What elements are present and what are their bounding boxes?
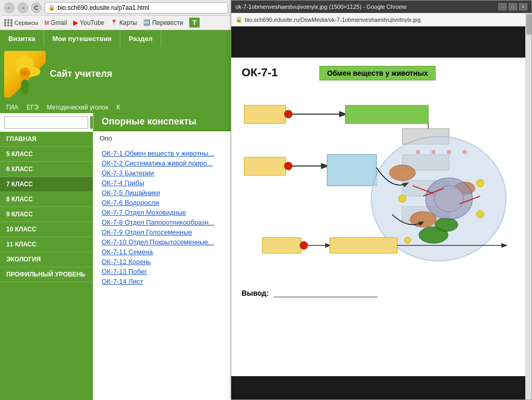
youtube-icon: ▶: [73, 19, 78, 26]
youtube-link[interactable]: ▶ YouTube: [73, 19, 104, 26]
subnav-k[interactable]: К: [117, 104, 120, 111]
link-ok79[interactable]: ОК-7-9 Отдел Голосеменные: [102, 228, 224, 236]
site-title: Сайт учителя: [50, 68, 112, 80]
content-title: Опорные конспекты: [102, 116, 197, 127]
sidebar-item-ekologiya[interactable]: ЭКОЛОГИЯ: [0, 252, 93, 267]
svg-rect-14: [244, 157, 286, 175]
sidebar-item-7klass[interactable]: 7 КЛАСС: [0, 177, 93, 192]
link-ok712[interactable]: ОК-7-12 Корень: [102, 258, 224, 266]
diagram-title: ОК-7-1: [242, 66, 278, 79]
svg-rect-41: [330, 238, 397, 253]
svg-rect-38: [262, 238, 301, 253]
url-text: bio.sch690.edusite.ru/p7aa1.html: [58, 4, 149, 11]
links-list: ОК-7-1 Обмен веществ у животны... ОК-7-2…: [93, 145, 232, 292]
refresh-button[interactable]: C: [31, 3, 41, 13]
scrollbar-thumb[interactable]: [526, 14, 531, 35]
left-sidebar: Найти ГЛАВНАЯ 5 КЛАСС 6 КЛАСС 7 КЛАСС 8 …: [0, 113, 93, 400]
sidebar-item-9klass[interactable]: 9 КЛАСС: [0, 207, 93, 222]
translate-icon: 🔤: [143, 19, 150, 26]
flower-image: [4, 51, 46, 98]
subnav-method[interactable]: Методический уголок: [47, 104, 108, 111]
link-ok78[interactable]: ОК-7-8 Отдел Папоротникообразн...: [102, 218, 224, 226]
sub-nav: ГИА ЕГЭ Методический уголок К: [0, 102, 232, 113]
section-label: Опо: [93, 131, 232, 145]
apps-icon-area[interactable]: Сервисы: [4, 19, 38, 26]
gmail-icon: M: [45, 20, 49, 26]
extra-icon[interactable]: T: [189, 18, 200, 27]
svg-point-31: [477, 180, 484, 187]
link-ok713[interactable]: ОК-7-13 Побег: [102, 268, 224, 275]
svg-point-37: [463, 150, 467, 154]
sidebar-item-5klass[interactable]: 5 КЛАСС: [0, 147, 93, 162]
svg-point-15: [284, 162, 292, 170]
address-bar[interactable]: 🔒 bio.sch690.edusite.ru/p7aa1.html: [45, 2, 228, 13]
tab-travels[interactable]: Мои путешествия: [44, 30, 120, 47]
search-area: Найти: [0, 113, 93, 132]
overlay-lock-icon: 🔒: [235, 16, 243, 23]
svg-point-34: [416, 150, 420, 154]
maps-icon: 📍: [110, 19, 118, 26]
svg-rect-12: [345, 105, 428, 123]
link-ok73[interactable]: ОК-7-3 Бактерии: [102, 169, 224, 177]
search-input[interactable]: [4, 116, 88, 129]
right-content: Опорные конспекты Опо ОК-7-1 Обмен вещес…: [93, 113, 232, 400]
content-header: Опорные конспекты: [93, 113, 232, 131]
overlay-window: ok-7-1obmenveshaestvujivotnyix.jpg (1500…: [231, 0, 532, 400]
overlay-title: ok-7-1obmenveshaestvujivotnyix.jpg (1500…: [235, 4, 407, 10]
image-top-black: [231, 26, 531, 58]
scrollbar[interactable]: [525, 13, 531, 399]
overlay-titlebar: ok-7-1obmenveshaestvujivotnyix.jpg (1500…: [231, 1, 531, 13]
svg-point-29: [435, 186, 464, 212]
site-header: Сайт учителя: [0, 47, 232, 102]
translate-link[interactable]: 🔤 Перевести: [143, 19, 183, 26]
main-layout: Найти ГЛАВНАЯ 5 КЛАСС 6 КЛАСС 7 КЛАСС 8 …: [0, 113, 232, 400]
browser-chrome: ← → C 🔒 bio.sch690.edusite.ru/p7aa1.html: [0, 0, 232, 16]
svg-rect-17: [327, 155, 376, 186]
svg-point-35: [431, 150, 436, 154]
forward-button[interactable]: →: [18, 3, 28, 13]
subnav-ege[interactable]: ЕГЭ: [26, 104, 38, 111]
toolbar: Сервисы M Gmail ▶ YouTube 📍 Карты 🔤 Пере…: [0, 16, 232, 30]
svg-point-32: [477, 211, 484, 218]
sidebar-item-glavnaya[interactable]: ГЛАВНАЯ: [0, 132, 93, 147]
sidebar-item-8klass[interactable]: 8 КЛАСС: [0, 192, 93, 207]
window-controls: – □ ✕: [498, 3, 527, 10]
translate-label: Перевести: [152, 19, 183, 26]
maps-label: Карты: [119, 19, 137, 26]
link-ok75[interactable]: ОК-7-5 Лишайники: [102, 189, 224, 197]
sidebar-item-6klass[interactable]: 6 КЛАСС: [0, 162, 93, 177]
link-ok77[interactable]: ОК-7-7 Отдел Моховидные: [102, 209, 224, 216]
back-button[interactable]: ←: [4, 3, 15, 13]
minimize-button[interactable]: –: [498, 3, 507, 10]
svg-point-8: [21, 71, 29, 76]
svg-point-36: [447, 150, 451, 154]
apps-label: Сервисы: [15, 20, 38, 26]
subnav-gia[interactable]: ГИА: [6, 104, 18, 111]
sidebar-item-profilnyy[interactable]: ПРОФИЛЬНЫЙ УРОВЕНЬ: [0, 267, 93, 282]
tab-vizitka[interactable]: Визитка: [0, 30, 44, 47]
link-ok711[interactable]: ОК-7-11 Семена: [102, 248, 224, 256]
link-ok714[interactable]: ОК-7-14 Лист: [102, 278, 224, 285]
sidebar-item-10klass[interactable]: 10 КЛАСС: [0, 222, 93, 237]
svg-point-39: [300, 241, 308, 250]
link-ok710[interactable]: ОК-7-10 Отдел Покрытосеменные...: [102, 238, 224, 246]
tab-razdel[interactable]: Раздел: [120, 30, 161, 47]
svg-point-33: [404, 237, 411, 243]
close-button[interactable]: ✕: [519, 3, 527, 10]
apps-grid-icon: [4, 19, 13, 26]
maximize-button[interactable]: □: [509, 3, 517, 10]
link-ok72[interactable]: ОК-7-2 Систематика живой приро...: [102, 159, 224, 167]
maps-link[interactable]: 📍 Карты: [110, 19, 137, 26]
image-bottom-black: [231, 376, 531, 399]
lock-icon: 🔒: [48, 4, 55, 11]
gmail-link[interactable]: M Gmail: [45, 19, 67, 26]
gmail-label: Gmail: [51, 19, 67, 26]
svg-rect-9: [244, 105, 286, 123]
sidebar-item-11klass[interactable]: 11 КЛАСС: [0, 237, 93, 252]
link-ok76[interactable]: ОК-7-6 Водоросли: [102, 199, 224, 206]
svg-point-30: [399, 195, 406, 202]
diagram-subtitle: Обмен веществ у животных: [319, 66, 436, 80]
svg-point-10: [284, 110, 292, 118]
link-ok71[interactable]: ОК-7-1 Обмен веществ у животны...: [102, 149, 224, 157]
link-ok74[interactable]: ОК-7-4 Грибы: [102, 179, 224, 187]
